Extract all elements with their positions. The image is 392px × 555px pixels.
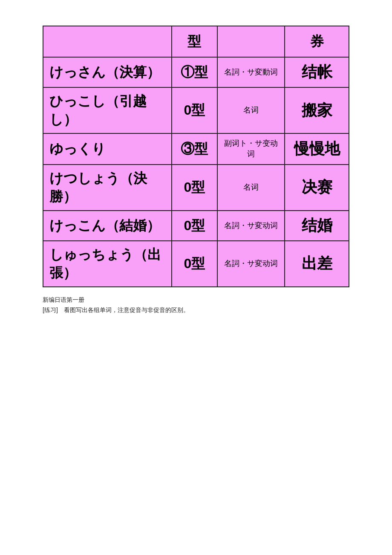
vocabulary-table-wrapper: 型 券 けっさん（決算）①型名詞・サ変動词结帐ひっこし（引越し）0型名词搬家ゆっ… — [43, 26, 349, 287]
footer-line2: [练习] 看图写出各组单词，注意促音与非促音的区别。 — [43, 305, 349, 315]
cell-meaning: 搬家 — [285, 87, 349, 133]
cell-word: ゆっくり — [43, 133, 172, 164]
cell-word: ひっこし（引越し） — [43, 87, 172, 133]
cell-type: 0型 — [172, 165, 218, 211]
table-row: けっさん（決算）①型名詞・サ変動词结帐 — [43, 57, 349, 87]
table-row: ゆっくり③型副词ト・サ变动词慢慢地 — [43, 133, 349, 164]
cell-type: ①型 — [172, 57, 218, 87]
footer-text: 新编日语第一册 [练习] 看图写出各组单词，注意促音与非促音的区别。 — [43, 295, 349, 315]
cell-type: 0型 — [172, 211, 218, 241]
table-body: けっさん（決算）①型名詞・サ変動词结帐ひっこし（引越し）0型名词搬家ゆっくり③型… — [43, 57, 349, 287]
header-word — [43, 26, 172, 57]
cell-grammar: 名詞・サ変动词 — [217, 211, 285, 241]
cell-grammar: 名詞・サ変动词 — [217, 241, 285, 287]
cell-meaning: 决赛 — [285, 165, 349, 211]
cell-grammar: 副词ト・サ变动词 — [217, 133, 285, 164]
vocabulary-table: 型 券 けっさん（決算）①型名詞・サ変動词结帐ひっこし（引越し）0型名词搬家ゆっ… — [43, 26, 349, 287]
cell-word: けっこん（結婚） — [43, 211, 172, 241]
header-grammar — [217, 26, 285, 57]
table-row: しゅっちょう（出張）0型名詞・サ変动词出差 — [43, 241, 349, 287]
cell-word: けっさん（決算） — [43, 57, 172, 87]
header-meaning: 券 — [285, 26, 349, 57]
table-row: けっこん（結婚）0型名詞・サ変动词结婚 — [43, 211, 349, 241]
cell-word: けつしょう（決勝） — [43, 165, 172, 211]
cell-word: しゅっちょう（出張） — [43, 241, 172, 287]
cell-meaning: 结婚 — [285, 211, 349, 241]
cell-grammar: 名词 — [217, 87, 285, 133]
cell-type: 0型 — [172, 87, 218, 133]
cell-meaning: 慢慢地 — [285, 133, 349, 164]
cell-grammar: 名词 — [217, 165, 285, 211]
cell-type: 0型 — [172, 241, 218, 287]
table-row: けつしょう（決勝）0型名词决赛 — [43, 165, 349, 211]
cell-grammar: 名詞・サ変動词 — [217, 57, 285, 87]
footer-line1: 新编日语第一册 — [43, 295, 349, 305]
header-type: 型 — [172, 26, 218, 57]
cell-type: ③型 — [172, 133, 218, 164]
cell-meaning: 结帐 — [285, 57, 349, 87]
cell-meaning: 出差 — [285, 241, 349, 287]
table-header-row: 型 券 — [43, 26, 349, 57]
table-row: ひっこし（引越し）0型名词搬家 — [43, 87, 349, 133]
